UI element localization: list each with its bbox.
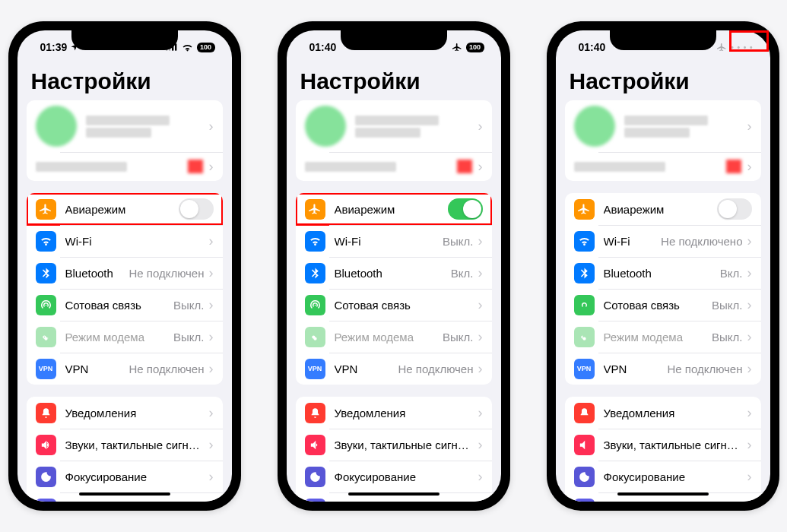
- row-label: Уведомления: [65, 407, 206, 420]
- profile-name-blurred: [86, 113, 206, 140]
- vpn-text-icon: VPN: [36, 359, 56, 379]
- airplane-icon: [574, 199, 595, 220]
- airplane-toggle[interactable]: [717, 198, 752, 220]
- row-label: VPN: [335, 363, 398, 375]
- row-value: Выкл.: [712, 331, 742, 344]
- sounds-row[interactable]: Звуки, тактильные сигналы›: [296, 429, 492, 461]
- phone-frame-1: 01:39 100 Настройки ›: [8, 21, 241, 511]
- bluetooth-row[interactable]: BluetoothВкл.›: [296, 257, 492, 289]
- chevron-icon: ›: [747, 469, 752, 485]
- row-label: Авиарежим: [65, 203, 179, 216]
- chevron-icon: ›: [209, 361, 214, 377]
- airplane-icon: [36, 199, 56, 220]
- focus-row[interactable]: Фокусирование ›: [27, 461, 223, 492]
- wifi-icon: [305, 231, 325, 252]
- vpn-row[interactable]: VPNVPNНе подключен›: [565, 353, 761, 385]
- airplane-toggle[interactable]: [448, 198, 483, 220]
- sounds-row[interactable]: Звуки, тактильные сигналы ›: [27, 429, 223, 461]
- connectivity-group: Авиарежим Wi-Fi › Bluetooth Не подключен…: [27, 193, 223, 385]
- bluetooth-row[interactable]: Bluetooth Не подключен ›: [27, 257, 223, 289]
- connectivity-group: Авиарежим Wi-FiВыкл.› BluetoothВкл.› Сот…: [296, 193, 492, 385]
- row-label: Авиарежим: [604, 203, 717, 216]
- focus-row[interactable]: Фокусирование›: [565, 461, 761, 492]
- row-value: Вкл.: [720, 267, 743, 280]
- page-title: Настройки: [556, 64, 770, 100]
- avatar: [305, 106, 346, 147]
- profile-row[interactable]: ›: [296, 100, 492, 152]
- wifi-row[interactable]: Wi-FiВыкл.›: [296, 225, 492, 257]
- chevron-icon: ›: [478, 265, 483, 281]
- cellular-icon: [36, 295, 56, 315]
- notifications-group: Уведомления› Звуки, тактильные сигналы› …: [565, 397, 761, 502]
- cellular-icon: [574, 295, 595, 315]
- airplane-mode-row[interactable]: Авиарежим: [296, 193, 492, 225]
- chevron-icon: ›: [209, 119, 214, 135]
- hourglass-icon: [36, 499, 56, 502]
- sounds-row[interactable]: Звуки, тактильные сигналы›: [565, 429, 761, 461]
- row-label: Сотовая связь: [65, 299, 174, 312]
- hotspot-row[interactable]: Режим модемаВыкл.›: [296, 321, 492, 353]
- home-indicator[interactable]: [79, 492, 170, 496]
- row-value: Выкл.: [173, 331, 204, 344]
- bluetooth-row[interactable]: BluetoothВкл.›: [565, 257, 761, 289]
- row-label: VPN: [65, 363, 129, 375]
- row-value: Не подключен: [398, 363, 473, 375]
- notifications-row[interactable]: Уведомления›: [296, 397, 492, 429]
- row-label: Сотовая связь: [335, 299, 474, 312]
- profile-sub-row[interactable]: ›: [565, 152, 761, 181]
- chevron-icon: ›: [209, 437, 214, 453]
- airplane-status-icon: [452, 43, 462, 52]
- row-label: Уведомления: [604, 407, 744, 420]
- vpn-row[interactable]: VPNVPNНе подключен›: [296, 353, 492, 385]
- profile-sub-row[interactable]: ›: [296, 152, 492, 181]
- phone-frame-2: 01:40 100 Настройки › ›: [278, 21, 510, 511]
- bell-icon: [574, 403, 595, 423]
- chevron-icon: ›: [478, 297, 483, 313]
- profile-row[interactable]: ›: [27, 100, 223, 152]
- airplane-toggle[interactable]: [179, 198, 214, 220]
- chevron-icon: ›: [747, 159, 752, 175]
- update-badge: [726, 160, 741, 173]
- home-indicator[interactable]: [348, 492, 440, 496]
- cellular-row[interactable]: Сотовая связь Выкл. ›: [27, 289, 223, 321]
- profile-sub-row[interactable]: ›: [27, 152, 223, 181]
- profile-group: › ›: [296, 100, 492, 181]
- wifi-row[interactable]: Wi-FiНе подключено›: [565, 225, 761, 257]
- cellular-row[interactable]: Сотовая связьВыкл.›: [565, 289, 761, 321]
- cellular-icon: [305, 295, 325, 315]
- row-value: Не подключен: [667, 363, 742, 375]
- profile-group: › ›: [27, 100, 223, 181]
- chevron-icon: ›: [478, 119, 483, 135]
- airplane-status-icon: [717, 43, 727, 52]
- notch: [71, 30, 178, 50]
- row-label: Wi-Fi: [604, 235, 662, 248]
- row-label: Звуки, тактильные сигналы: [604, 439, 744, 451]
- hotspot-icon: [36, 327, 56, 347]
- profile-row[interactable]: ›: [565, 100, 761, 152]
- chevron-icon: ›: [747, 119, 752, 135]
- vpn-row[interactable]: VPN VPN Не подключен ›: [27, 353, 223, 385]
- notifications-row[interactable]: Уведомления›: [565, 397, 761, 429]
- hotspot-row[interactable]: Режим модема Выкл. ›: [27, 321, 223, 353]
- home-indicator[interactable]: [617, 492, 709, 496]
- battery-icon: 100: [197, 43, 215, 52]
- wifi-row[interactable]: Wi-Fi ›: [27, 225, 223, 257]
- cellular-row[interactable]: Сотовая связь›: [296, 289, 492, 321]
- chevron-icon: ›: [747, 297, 752, 313]
- hourglass-icon: [305, 499, 325, 502]
- airplane-mode-row[interactable]: Авиарежим: [565, 193, 761, 225]
- chevron-icon: ›: [209, 469, 214, 485]
- chevron-icon: ›: [478, 329, 483, 345]
- chevron-icon: ›: [747, 405, 752, 421]
- row-label: Bluetooth: [65, 267, 129, 280]
- row-value: Не подключено: [661, 235, 742, 248]
- status-time: 01:40: [309, 41, 337, 53]
- hotspot-row[interactable]: Режим модемаВыкл.›: [565, 321, 761, 353]
- row-value: Выкл.: [443, 331, 473, 344]
- row-value: Выкл.: [712, 299, 742, 312]
- airplane-mode-row[interactable]: Авиарежим: [27, 193, 223, 225]
- notifications-row[interactable]: Уведомления ›: [27, 397, 223, 429]
- row-label: VPN: [604, 363, 668, 375]
- chevron-icon: ›: [209, 297, 214, 313]
- focus-row[interactable]: Фокусирование›: [296, 461, 492, 492]
